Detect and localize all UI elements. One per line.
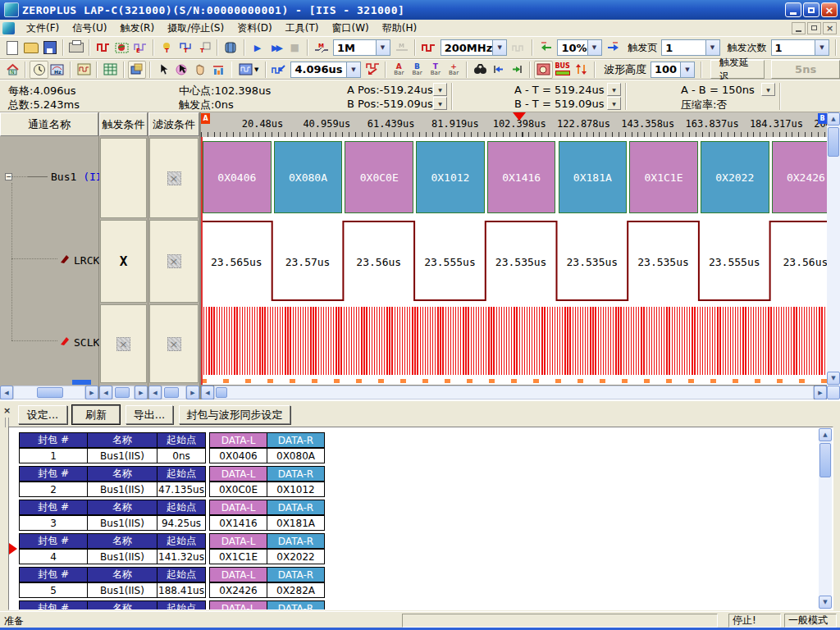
b-t-dropdown[interactable]: ▼: [607, 97, 621, 110]
b-bar-handle[interactable]: B: [818, 113, 827, 124]
menu-item-1[interactable]: 文件(F): [20, 20, 66, 37]
packet-datal-header[interactable]: DATA-L: [209, 500, 267, 515]
bus-property-button[interactable]: [94, 39, 112, 57]
menu-item-8[interactable]: 帮助(H): [376, 20, 423, 37]
restore-button[interactable]: [803, 2, 819, 17]
lrck-trigger-cell[interactable]: X: [100, 220, 147, 303]
a-bar-handle[interactable]: A: [201, 113, 210, 124]
packet-datal-header[interactable]: DATA-L: [209, 466, 267, 482]
menu-item-2[interactable]: 信号(U): [66, 20, 113, 37]
packet-start-header[interactable]: 起始点: [157, 600, 206, 610]
add-bar-button[interactable]: +Bar: [445, 61, 463, 79]
list-window-button[interactable]: [101, 61, 119, 79]
dont-care-box[interactable]: ×: [167, 171, 181, 185]
waveform-vscrollbar[interactable]: ▲ ▼: [827, 112, 840, 399]
scroll-right-button[interactable]: ▶: [814, 386, 827, 399]
chevron-down-icon[interactable]: ▼: [815, 40, 829, 55]
trigger-delay-button[interactable]: 触发延迟: [710, 60, 765, 79]
lrck-waveform-row[interactable]: 23.565us23.57us23.56us23.555us23.535us23…: [201, 219, 827, 304]
trigger-page-button[interactable]: T: [194, 39, 213, 57]
bus-value-segment[interactable]: 0X1C1E: [629, 141, 698, 213]
packet-num-value[interactable]: 1: [19, 448, 88, 463]
packet-name-value[interactable]: Bus1(IIS): [87, 515, 158, 531]
open-file-button[interactable]: [22, 39, 41, 57]
packet-start-header[interactable]: 起始点: [157, 432, 206, 448]
packet-num-header[interactable]: 封包 #: [19, 432, 88, 448]
scroll-track[interactable]: [214, 386, 814, 399]
packet-name-value[interactable]: Bus1(IIS): [87, 549, 158, 564]
b-pos-dropdown[interactable]: ▼: [433, 97, 447, 110]
packet-datal-value[interactable]: 0X1416: [209, 515, 267, 531]
packet-start-header[interactable]: 起始点: [157, 466, 206, 482]
packet-start-header[interactable]: 起始点: [157, 533, 206, 549]
packet-num-header[interactable]: 封包 #: [19, 500, 88, 515]
packet-datal-header[interactable]: DATA-L: [209, 600, 267, 610]
a-pos-dropdown[interactable]: ▼: [433, 83, 447, 96]
scroll-left-button[interactable]: ◀: [99, 386, 112, 399]
packet-block[interactable]: 封包 #名称起始点DATA-LDATA-R5Bus1(IIS)188.41us0…: [19, 567, 816, 598]
menu-item-3[interactable]: 触发(R): [113, 20, 161, 37]
scroll-track[interactable]: [112, 386, 135, 399]
chevron-down-icon[interactable]: ▼: [705, 40, 719, 55]
minimize-button[interactable]: [785, 2, 801, 17]
packet-name-header[interactable]: 名称: [87, 500, 158, 515]
scroll-left-button[interactable]: ◀: [0, 386, 13, 399]
t-bar-button[interactable]: TBar: [427, 61, 445, 79]
bus-value-segment[interactable]: 0X1012: [416, 141, 485, 213]
save-button[interactable]: [40, 39, 59, 57]
trigger-count-combo[interactable]: 1▼: [771, 39, 829, 56]
scroll-left-button[interactable]: ◀: [201, 386, 214, 399]
packet-datar-value[interactable]: 0X181A: [267, 515, 325, 531]
mdi-minimize-button[interactable]: [792, 22, 806, 34]
close-button[interactable]: ×: [821, 2, 838, 17]
chevron-down-icon[interactable]: ▼: [587, 40, 601, 55]
scroll-thumb[interactable]: [115, 387, 130, 398]
packet-datal-value[interactable]: 0X1C1E: [209, 549, 267, 564]
packet-name-header[interactable]: 名称: [87, 533, 158, 549]
goto-wave-button[interactable]: [363, 61, 381, 79]
wave-height-combo[interactable]: 100▼: [651, 62, 695, 78]
sclk-filter-cell[interactable]: ×: [149, 304, 199, 383]
packet-num-header[interactable]: 封包 #: [19, 567, 88, 582]
trigger-mark-button[interactable]: T: [176, 39, 195, 57]
time-div-combo[interactable]: 4.096us▼: [290, 62, 360, 78]
scroll-right-button[interactable]: ▶: [135, 386, 148, 399]
packet-settings-button[interactable]: 设定...: [18, 405, 67, 424]
waveform-display[interactable]: 20.48us40.959us61.439us81.919us102.398us…: [201, 112, 827, 385]
sample-rate-combo[interactable]: 200MHz▼: [441, 39, 508, 56]
home-view-button[interactable]: N: [3, 61, 21, 79]
scroll-track[interactable]: [162, 386, 186, 399]
find-button[interactable]: [471, 61, 489, 79]
packet-num-value[interactable]: 4: [19, 549, 88, 564]
packet-start-value[interactable]: 188.41us: [157, 582, 206, 598]
menu-item-4[interactable]: 摄取/停止(S): [161, 20, 231, 37]
packet-start-value[interactable]: 47.135us: [157, 482, 206, 497]
packet-name-value[interactable]: Bus1(IIS): [87, 482, 158, 497]
time-view-button[interactable]: [30, 61, 48, 79]
trigger-position-button[interactable]: [536, 39, 555, 57]
packet-datal-value[interactable]: 0X0406: [209, 448, 267, 463]
dont-care-box[interactable]: ×: [167, 337, 181, 351]
packet-start-header[interactable]: 起始点: [157, 567, 206, 582]
memory-depth-combo[interactable]: 1M▼: [333, 39, 390, 56]
scroll-thumb[interactable]: [37, 387, 63, 398]
packet-datal-header[interactable]: DATA-L: [209, 432, 267, 448]
packet-block[interactable]: 封包 #名称起始点DATA-LDATA-R4Bus1(IIS)141.32us0…: [19, 533, 816, 564]
trigger-property-button[interactable]: T: [158, 39, 176, 57]
scroll-up-button[interactable]: ▲: [827, 112, 840, 126]
scroll-right-button[interactable]: ▶: [186, 386, 199, 399]
packet-window-button[interactable]: [534, 61, 552, 79]
bus-value-segment[interactable]: 0X181A: [559, 141, 628, 213]
chevron-down-icon[interactable]: ▼: [346, 62, 360, 77]
packet-start-value[interactable]: 0ns: [157, 448, 206, 463]
panel-close-icon[interactable]: ×: [3, 406, 11, 415]
packet-datar-value[interactable]: 0X2022: [267, 549, 325, 564]
packet-export-button[interactable]: 导出...: [126, 405, 173, 424]
packet-name-header[interactable]: 名称: [87, 567, 158, 582]
wave-mode-dropdown[interactable]: ▼: [235, 61, 262, 79]
sampling-setup-button[interactable]: [112, 39, 131, 57]
bus-value-segment[interactable]: 0X2426: [772, 141, 827, 213]
packet-datal-header[interactable]: DATA-L: [209, 567, 267, 582]
compare-button[interactable]: [573, 61, 591, 79]
scroll-left-button[interactable]: ◀: [148, 386, 162, 399]
